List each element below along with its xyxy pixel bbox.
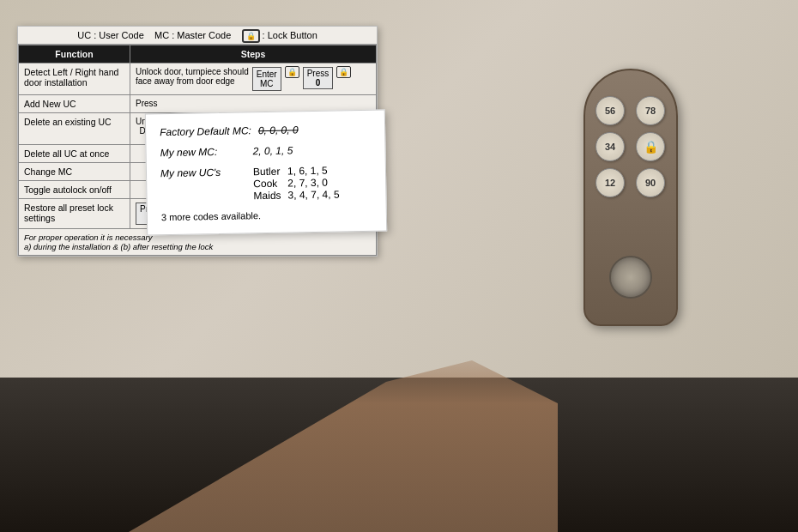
header-function: Function	[19, 45, 130, 63]
uc-block: Butler Cook Maids 1, 6, 1, 5 2, 7, 3, 0 …	[253, 165, 340, 203]
function-autolock: Toggle autolock on/off	[19, 181, 130, 199]
user-cook: Cook	[253, 178, 281, 190]
uc-names: Butler Cook Maids	[253, 166, 281, 203]
lock-btn-78[interactable]: 78	[636, 96, 665, 125]
lock-btn-12[interactable]: 12	[595, 168, 625, 197]
factory-default-line: Factory Default MC: 0, 0, 0, 0	[160, 123, 371, 138]
my-new-mc-label: My new MC:	[160, 145, 245, 159]
lock-cylinder	[609, 256, 652, 299]
legend-text: UC : User Code MC : Master Code 🔒 : Lock…	[77, 30, 317, 40]
lock-btn-symbol[interactable]: 🔒	[636, 132, 665, 161]
function-add-uc: Add New UC	[19, 95, 130, 113]
more-codes-text: 3 more codes available.	[161, 209, 372, 222]
function-restore: Restore all preset locksettings	[19, 199, 130, 229]
lock-outer: 56 78 34 🔒 12 90	[583, 69, 678, 326]
user-maids: Maids	[253, 190, 281, 203]
my-new-mc-value: 2, 0, 1, 5	[252, 144, 293, 157]
factory-default-value: 0, 0, 0, 0	[258, 124, 299, 136]
user-butler: Butler	[253, 166, 281, 178]
lock-btn-34[interactable]: 34	[595, 132, 625, 161]
my-new-ucs-line: My new UC's Butler Cook Maids 1, 6, 1, 5…	[160, 164, 372, 203]
my-new-mc-line: My new MC: 2, 0, 1, 5	[160, 143, 371, 159]
code-maids: 3, 4, 7, 4, 5	[287, 189, 339, 202]
factory-default-label: Factory Default MC:	[160, 124, 251, 138]
sticky-note: Factory Default MC: 0, 0, 0, 0 My new MC…	[145, 110, 387, 236]
function-change-mc: Change MC	[19, 163, 130, 181]
function-delete-uc: Delete an existing UC	[19, 113, 130, 145]
table-row: Detect Left / Right handdoor installatio…	[19, 63, 377, 95]
lock-btn-56[interactable]: 56	[595, 96, 625, 125]
lock-btn-90[interactable]: 90	[636, 168, 665, 197]
uc-values: 1, 6, 1, 5 2, 7, 3, 0 3, 4, 7, 4, 5	[287, 165, 340, 202]
code-butler: 1, 6, 1, 5	[287, 165, 339, 178]
header-steps: Steps	[130, 45, 377, 63]
lock-device: 56 78 34 🔒 12 90	[583, 69, 686, 343]
legend-row: UC : User Code MC : Master Code 🔒 : Lock…	[18, 27, 377, 45]
steps-detect: Unlock door, turnpiece shouldface away f…	[130, 63, 377, 95]
code-cook: 2, 7, 3, 0	[287, 177, 339, 190]
lock-buttons-grid: 56 78 34 🔒 12 90	[595, 96, 669, 197]
function-detect: Detect Left / Right handdoor installatio…	[19, 63, 130, 95]
function-delete-all: Delete all UC at once	[19, 145, 130, 163]
my-new-ucs-label: My new UC's	[160, 166, 246, 179]
